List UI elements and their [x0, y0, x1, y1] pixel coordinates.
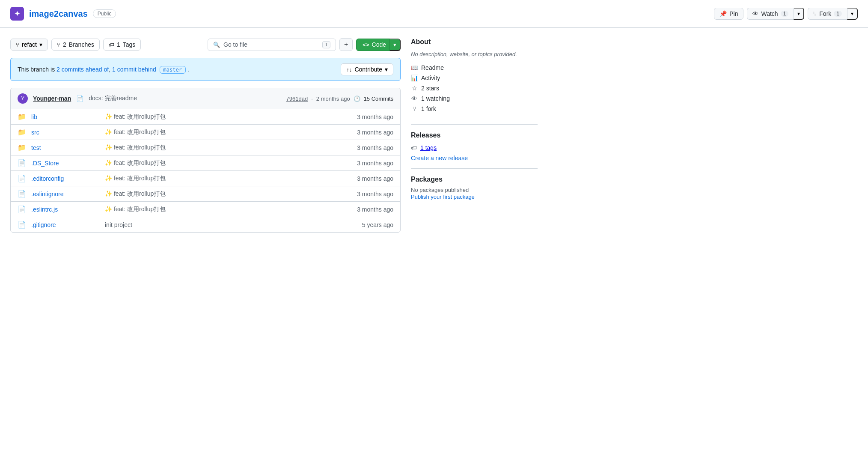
repo-header: ✦ image2canvas Public 📌 Pin 👁 Watch 1 ▾ …	[0, 0, 868, 28]
fork-button[interactable]: ⑂ Fork 1	[808, 8, 847, 20]
file-commit-message: ✨ feat: 改用rollup打包	[105, 159, 337, 167]
stars-stat: ☆ 2 stars	[411, 83, 538, 93]
table-row: 📁 test ✨ feat: 改用rollup打包 3 months ago	[11, 140, 400, 155]
branch-info-prefix: This branch is	[18, 66, 55, 73]
file-name-link[interactable]: .gitignore	[31, 221, 100, 228]
file-commit-message: init project	[105, 221, 337, 228]
watching-link[interactable]: 1 watching	[421, 95, 450, 102]
file-time: 3 months ago	[342, 191, 393, 197]
go-to-file-button[interactable]: 🔍 Go to file t	[208, 39, 336, 51]
commits-count-link[interactable]: 15 Commits	[364, 96, 393, 102]
avatar-initial: Y	[21, 96, 24, 102]
branches-label: Branches	[69, 41, 94, 48]
tag-icon: 🏷	[109, 42, 114, 48]
table-row: 📄 .eslintrc.js ✨ feat: 改用rollup打包 3 mont…	[11, 202, 400, 217]
watch-count: 1	[781, 11, 789, 17]
activity-link[interactable]: Activity	[421, 75, 440, 81]
content-area: ⑂ refact ▾ ⑂ 2 Branches 🏷 1 Tags 🔍 Go	[10, 38, 401, 233]
main-container: ⑂ refact ▾ ⑂ 2 Branches 🏷 1 Tags 🔍 Go	[0, 28, 548, 243]
contribute-button[interactable]: ↑↓ Contribute ▾	[341, 63, 393, 75]
commit-hash-link[interactable]: 7961dad	[286, 96, 308, 102]
master-tag[interactable]: master	[160, 66, 186, 74]
releases-section: Releases 🏷 1 tags Create a new release	[411, 131, 538, 161]
repo-logo: ✦	[10, 7, 24, 21]
repo-name[interactable]: image2canvas	[29, 9, 88, 19]
fork-icon: ⑂	[813, 10, 817, 17]
watch-label: Watch	[761, 10, 778, 17]
file-commit-message: ✨ feat: 改用rollup打包	[105, 144, 337, 152]
sidebar-divider-1	[411, 124, 538, 125]
search-icon: 🔍	[213, 42, 220, 48]
go-to-file-label: Go to file	[223, 41, 319, 48]
pin-button[interactable]: 📌 Pin	[714, 8, 743, 20]
file-name-link[interactable]: .eslintignore	[31, 191, 100, 197]
table-row: 📁 src ✨ feat: 改用rollup打包 3 months ago	[11, 125, 400, 140]
file-icon: 📄	[18, 159, 26, 167]
commits-behind-link[interactable]: 1 commit behind	[112, 66, 156, 73]
readme-stat: 📖 Readme	[411, 63, 538, 73]
file-icon: 📄	[18, 221, 26, 229]
file-time: 3 months ago	[342, 160, 393, 167]
file-rows-container: 📁 lib ✨ feat: 改用rollup打包 3 months ago 📁 …	[11, 109, 400, 232]
watch-caret-button[interactable]: ▾	[794, 8, 804, 20]
toolbar: ⑂ refact ▾ ⑂ 2 Branches 🏷 1 Tags 🔍 Go	[10, 38, 401, 51]
commits-count: 15 Commits	[364, 96, 393, 102]
watch-button[interactable]: 👁 Watch 1	[747, 8, 794, 20]
file-time: 3 months ago	[342, 129, 393, 136]
table-row: 📁 lib ✨ feat: 改用rollup打包 3 months ago	[11, 109, 400, 125]
file-name-link[interactable]: .DS_Store	[31, 160, 100, 167]
create-release-link[interactable]: Create a new release	[411, 155, 468, 161]
plus-icon: +	[344, 41, 348, 48]
file-name-link[interactable]: .eslintrc.js	[31, 206, 100, 213]
repo-visibility-badge: Public	[93, 9, 116, 18]
code-caret-button[interactable]: ▾	[389, 39, 401, 51]
commit-meta: 7961dad · 2 months ago 🕐 15 Commits	[286, 96, 393, 102]
commit-dot-separator: ·	[311, 96, 313, 102]
branch-selector[interactable]: ⑂ refact ▾	[10, 39, 48, 51]
file-commit-message: ✨ feat: 改用rollup打包	[105, 175, 337, 182]
sidebar-fork-icon: ⑂	[411, 105, 418, 112]
activity-icon: 📊	[411, 75, 418, 81]
table-row: 📄 .DS_Store ✨ feat: 改用rollup打包 3 months …	[11, 155, 400, 171]
fork-label: Fork	[819, 10, 831, 17]
eye-icon: 👁	[411, 95, 418, 102]
tags-count: 1	[117, 41, 120, 48]
branches-button[interactable]: ⑂ 2 Branches	[51, 39, 100, 51]
about-desc: No description, website, or topics provi…	[411, 51, 538, 57]
folder-icon: 📁	[18, 113, 26, 121]
activity-stat: 📊 Activity	[411, 73, 538, 83]
branch-info-bar: This branch is 2 commits ahead of, 1 com…	[10, 58, 401, 81]
file-icon: 📄	[18, 174, 26, 182]
tags-label: Tags	[123, 41, 136, 48]
packages-section: Packages No packages published Publish y…	[411, 176, 538, 200]
table-row: 📄 .eslintignore ✨ feat: 改用rollup打包 3 mon…	[11, 186, 400, 202]
watching-stat: 👁 1 watching	[411, 93, 538, 104]
commit-time: 2 months ago	[316, 96, 350, 102]
code-button[interactable]: <> Code	[356, 39, 392, 51]
repo-logo-icon: ✦	[14, 9, 21, 18]
fork-caret-button[interactable]: ▾	[847, 8, 858, 20]
packages-title: Packages	[411, 176, 538, 183]
file-table: Y Younger-man 📄 docs: 完善readme 7961dad ·…	[10, 88, 401, 233]
branches-count: 2	[63, 41, 66, 48]
committer-name-link[interactable]: Younger-man	[33, 95, 71, 102]
table-row: 📄 .editorconfig ✨ feat: 改用rollup打包 3 mon…	[11, 171, 400, 186]
stars-link[interactable]: 2 stars	[421, 85, 439, 92]
commits-ahead-link[interactable]: 2 commits ahead of	[56, 66, 109, 73]
readme-link[interactable]: Readme	[421, 64, 444, 71]
star-icon: ☆	[411, 85, 418, 92]
releases-tags-link[interactable]: 1 tags	[420, 144, 437, 151]
watch-button-group: 👁 Watch 1 ▾	[747, 8, 804, 20]
file-name-link[interactable]: src	[31, 129, 100, 136]
file-name-link[interactable]: test	[31, 144, 100, 151]
add-file-button[interactable]: +	[339, 38, 353, 51]
file-name-link[interactable]: lib	[31, 114, 100, 120]
book-icon: 📖	[411, 64, 418, 71]
file-time: 3 months ago	[342, 144, 393, 151]
packages-link[interactable]: Publish your first package	[411, 194, 475, 200]
branch-info-text: This branch is 2 commits ahead of, 1 com…	[18, 66, 189, 73]
tags-button[interactable]: 🏷 1 Tags	[103, 39, 141, 51]
file-name-link[interactable]: .editorconfig	[31, 175, 100, 182]
commits-behind-text: 1 commit behind	[112, 66, 156, 73]
fork-link[interactable]: 1 fork	[421, 105, 436, 112]
